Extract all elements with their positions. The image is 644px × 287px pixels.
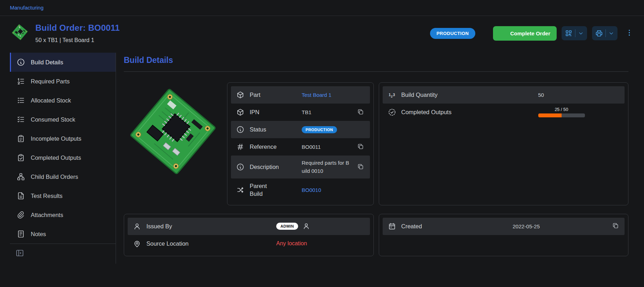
- paperclip-icon: [17, 211, 25, 219]
- page-subtitle: 50 x TB1 | Test Board 1: [35, 37, 120, 43]
- user-icon: [133, 222, 141, 230]
- copy-button[interactable]: [357, 109, 365, 116]
- barcode-actions-button[interactable]: [562, 26, 587, 40]
- parent-build-link[interactable]: BO0010: [302, 187, 321, 193]
- sidebar-item-attachments[interactable]: Attachments: [10, 205, 116, 224]
- sidebar-item-label: Completed Outputs: [31, 154, 81, 161]
- copy-button[interactable]: [357, 163, 365, 171]
- sidebar-item-label: Attachments: [31, 212, 63, 218]
- status-badge: PRODUCTION: [302, 126, 337, 133]
- table-row-parent-build: Parent Build BO0010: [231, 178, 370, 201]
- page-header: Build Order: BO0011 50 x TB1 | Test Boar…: [0, 16, 644, 53]
- info-circle-icon: [236, 125, 244, 134]
- build-progress-table: Build Quantity 50 Completed Outputs 25 /…: [379, 82, 629, 205]
- progress-bar: [538, 113, 585, 117]
- sidebar-item-test-results[interactable]: Test Results: [10, 186, 116, 205]
- sidebar-item-label: Build Details: [31, 59, 63, 66]
- breadcrumb: Manufacturing: [0, 0, 644, 16]
- row-label: Created: [401, 223, 507, 230]
- sidebar-item-child-build-orders[interactable]: Child Build Orders: [10, 167, 116, 186]
- sidebar-item-completed-outputs[interactable]: Completed Outputs: [10, 148, 116, 167]
- copy-icon: [357, 163, 364, 170]
- completed-outputs-progress: 25 / 50: [538, 107, 585, 117]
- header-actions: PRODUCTION Complete Order: [430, 26, 633, 41]
- app-root: Manufacturing Build Order: BO0011 50 x T…: [0, 0, 644, 264]
- test-report-icon: [17, 192, 25, 200]
- list-icon: [17, 96, 25, 105]
- title-block: Build Order: BO0011 50 x TB1 | Test Boar…: [35, 23, 120, 43]
- part-link[interactable]: Test Board 1: [302, 92, 331, 98]
- table-row-description: Description Required parts for Build 001…: [231, 156, 370, 178]
- table-row-build-quantity: Build Quantity 50: [383, 86, 625, 104]
- sidebar-item-label: Consumed Stock: [31, 116, 75, 123]
- sidebar-collapse-icon: [16, 249, 24, 257]
- map-pin-icon: [133, 240, 141, 248]
- main-panel: Build Details Part Test Board 1: [116, 53, 644, 256]
- sidebar-item-allocated-stock[interactable]: Allocated Stock: [10, 91, 116, 110]
- qrcode-icon: [565, 29, 573, 37]
- issue-table: Issued By ADMIN Source Location Any loca…: [124, 214, 374, 256]
- circle-check-icon: [499, 30, 507, 37]
- sidebar-item-label: Required Parts: [31, 78, 70, 85]
- table-row-source-location: Source Location Any location: [128, 235, 370, 252]
- ipn-value: TB1: [302, 109, 352, 115]
- row-label: Build Quantity: [401, 92, 533, 98]
- copy-button[interactable]: [611, 222, 619, 230]
- print-actions-button[interactable]: [592, 26, 617, 40]
- sidebar-item-build-details[interactable]: Build Details: [10, 53, 116, 72]
- table-row-created: Created 2022-05-25: [383, 218, 625, 235]
- row-label: Status: [250, 126, 296, 133]
- numbers-123-icon: [388, 91, 396, 99]
- sidebar-item-label: Allocated Stock: [31, 97, 71, 104]
- page-title: Build Order: BO0011: [35, 23, 120, 33]
- row-label: Description: [250, 164, 296, 170]
- printer-icon: [595, 29, 603, 37]
- list-numbers-icon: [17, 77, 25, 86]
- build-thumbnail-image: [11, 23, 29, 41]
- row-label: Completed Outputs: [401, 109, 533, 116]
- heading-divider: [124, 71, 628, 72]
- table-row-completed-outputs: Completed Outputs 25 / 50: [383, 104, 625, 121]
- split-divider: [605, 29, 606, 37]
- dots-vertical-icon: [625, 29, 633, 37]
- info-circle-icon: [236, 163, 244, 171]
- breadcrumb-manufacturing[interactable]: Manufacturing: [10, 5, 43, 11]
- copy-icon: [612, 222, 619, 229]
- sidebar: Build Details Required Parts Allocated S…: [10, 53, 116, 264]
- copy-icon: [357, 143, 364, 150]
- part-image[interactable]: [124, 82, 222, 182]
- calendar-icon: [388, 222, 396, 230]
- copy-button[interactable]: [357, 143, 365, 151]
- table-row-ipn: IPN TB1: [231, 104, 370, 121]
- sidebar-item-consumed-stock[interactable]: Consumed Stock: [10, 110, 116, 129]
- complete-order-button[interactable]: Complete Order: [493, 26, 557, 41]
- created-value: 2022-05-25: [513, 223, 607, 229]
- reference-value: BO0011: [302, 144, 352, 150]
- header-left: Build Order: BO0011 50 x TB1 | Test Boar…: [11, 23, 120, 43]
- created-table: Created 2022-05-25: [379, 214, 629, 256]
- table-row-part: Part Test Board 1: [231, 86, 370, 104]
- progress-label: 25 / 50: [555, 107, 568, 112]
- box-icon: [236, 91, 244, 99]
- collapse-sidebar-button[interactable]: [16, 249, 24, 258]
- sidebar-item-label: Child Build Orders: [31, 174, 78, 180]
- status-badge: PRODUCTION: [430, 28, 475, 39]
- more-actions-button[interactable]: [625, 29, 633, 38]
- notes-icon: [17, 230, 25, 238]
- complete-order-label: Complete Order: [510, 30, 550, 36]
- sidebar-item-label: Incomplete Outputs: [31, 135, 81, 142]
- build-details-table: Part Test Board 1 IPN TB1: [227, 82, 374, 205]
- table-row-status: Status PRODUCTION: [231, 121, 370, 138]
- row-label: Parent Build: [250, 182, 296, 198]
- list-check-icon: [17, 115, 25, 124]
- sidebar-item-required-parts[interactable]: Required Parts: [10, 72, 116, 91]
- sidebar-item-incomplete-outputs[interactable]: Incomplete Outputs: [10, 129, 116, 148]
- issued-by-badge: ADMIN: [276, 223, 298, 230]
- copy-icon: [357, 109, 364, 115]
- description-value: Required parts for Build 0010: [302, 159, 352, 175]
- sidebar-item-notes[interactable]: Notes: [10, 224, 116, 244]
- sitemap-icon: [17, 172, 25, 181]
- build-details-content: Part Test Board 1 IPN TB1: [124, 82, 628, 256]
- user-icon: [302, 222, 310, 230]
- circle-check-dotted-icon: [388, 108, 396, 116]
